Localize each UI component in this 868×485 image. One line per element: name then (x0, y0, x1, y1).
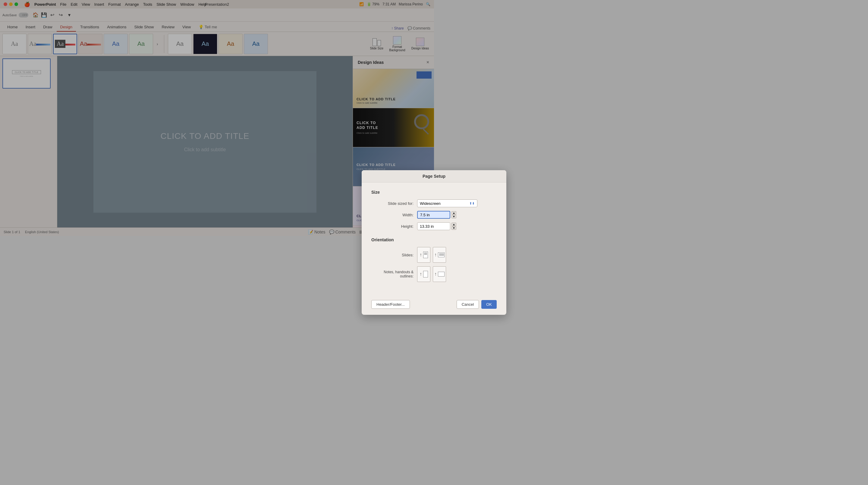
slide-sized-for-select[interactable]: Widescreen ⬆⬇ (417, 199, 434, 207)
size-section-title: Size (371, 190, 434, 195)
slide-sized-for-row: Slide sized for: Widescreen ⬆⬇ (371, 199, 434, 207)
page-setup-dialog: Page Setup Size Slide sized for: Widescr… (362, 170, 434, 243)
modal-overlay: Page Setup Size Slide sized for: Widescr… (0, 0, 434, 243)
dialog-body: Size Slide sized for: Widescreen ⬆⬇ Widt… (362, 183, 434, 243)
width-row: Width: ▲ ▼ (371, 211, 434, 219)
height-row: Height: ▲ ▼ (371, 222, 434, 230)
height-stepper: ▲ ▼ (417, 222, 434, 230)
orientation-section: Orientation Slides: ↑ (371, 237, 434, 243)
dialog-title: Page Setup (362, 170, 434, 183)
slide-sized-for-label: Slide sized for: (371, 201, 413, 206)
height-input[interactable] (417, 222, 434, 230)
size-section: Size Slide sized for: Widescreen ⬆⬇ Widt… (371, 190, 434, 230)
height-label: Height: (371, 224, 413, 229)
slide-sized-for-value: Widescreen (420, 201, 434, 206)
width-label: Width: (371, 213, 413, 217)
width-stepper: ▲ ▼ (417, 211, 434, 219)
orientation-section-title: Orientation (371, 237, 434, 242)
width-input[interactable] (417, 211, 434, 219)
